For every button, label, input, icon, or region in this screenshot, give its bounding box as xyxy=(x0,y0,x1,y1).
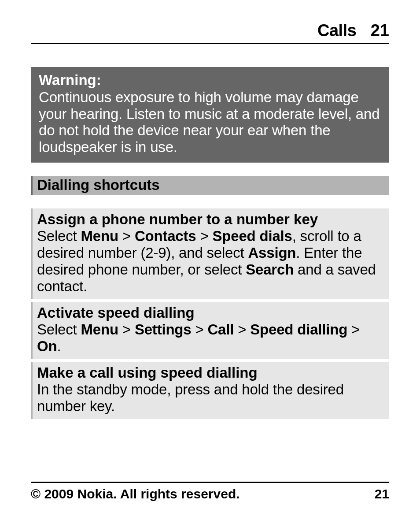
block-assign: Assign a phone number to a number key Se… xyxy=(31,208,389,299)
block-assign-body: Select Menu > Contacts > Speed dials, sc… xyxy=(37,228,385,295)
page-header: Calls 21 xyxy=(31,21,389,44)
separator: > xyxy=(118,228,135,244)
separator: > xyxy=(118,321,135,338)
text: . xyxy=(57,338,61,354)
section-title: Dialling shortcuts xyxy=(31,176,389,195)
separator: > xyxy=(234,321,250,338)
block-activate-title: Activate speed dialling xyxy=(37,305,385,321)
warning-text: Continuous exposure to high volume may d… xyxy=(39,89,383,156)
menu-bold: On xyxy=(37,338,57,354)
separator: > xyxy=(196,228,212,244)
menu-bold: Settings xyxy=(135,321,192,338)
text: Select xyxy=(37,321,81,338)
header-section: Calls xyxy=(317,21,356,40)
separator: > xyxy=(347,321,360,338)
menu-bold: Speed dialling xyxy=(250,321,347,338)
footer-page-number: 21 xyxy=(375,487,389,501)
block-activate-body: Select Menu > Settings > Call > Speed di… xyxy=(37,321,385,355)
menu-bold: Search xyxy=(246,261,294,278)
menu-bold: Menu xyxy=(81,321,118,338)
block-make-title: Make a call using speed dialling xyxy=(37,364,385,381)
menu-bold: Assign xyxy=(248,245,296,261)
page-footer: © 2009 Nokia. All rights reserved. 21 xyxy=(31,482,389,501)
header-page-number: 21 xyxy=(371,21,389,40)
block-make-body: In the standby mode, press and hold the … xyxy=(37,381,385,415)
text: Select xyxy=(37,228,81,244)
warning-box: Warning: Continuous exposure to high vol… xyxy=(31,67,389,163)
menu-bold: Contacts xyxy=(135,228,196,244)
block-assign-title: Assign a phone number to a number key xyxy=(37,211,385,228)
menu-bold: Call xyxy=(207,321,234,338)
menu-bold: Speed dials xyxy=(212,228,292,244)
menu-bold: Menu xyxy=(81,228,118,244)
block-activate: Activate speed dialling Select Menu > Se… xyxy=(31,302,389,359)
footer-copyright: © 2009 Nokia. All rights reserved. xyxy=(31,487,240,501)
separator: > xyxy=(191,321,207,338)
block-make: Make a call using speed dialling In the … xyxy=(31,362,389,419)
warning-label: Warning: xyxy=(39,71,383,89)
